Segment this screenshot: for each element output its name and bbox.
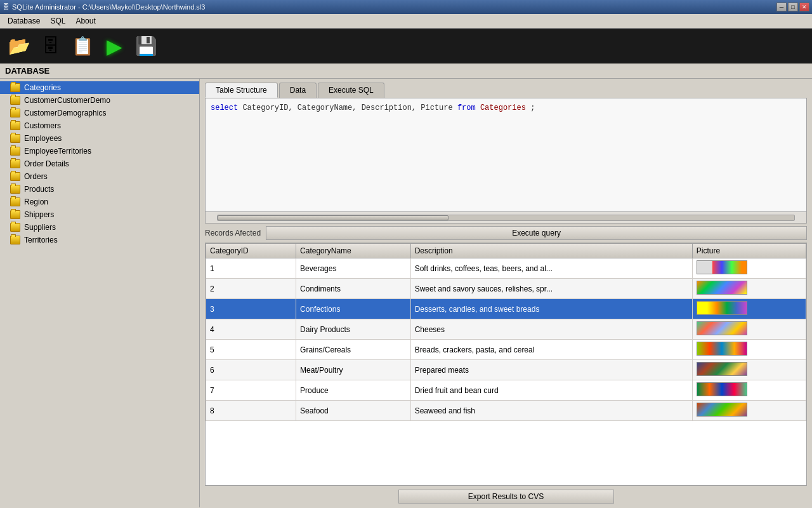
cell-picture — [692, 279, 806, 299]
cell-description: Dried fruit and bean curd — [410, 380, 692, 401]
cell-picture — [692, 299, 806, 319]
table-row[interactable]: 6Meat/PoultryPrepared meats — [206, 360, 806, 380]
cell-picture — [692, 340, 806, 360]
sidebar-item-shippers[interactable]: Shippers — [0, 208, 199, 221]
cell-description: Sweet and savory sauces, relishes, spr..… — [410, 279, 692, 299]
sidebar-item-region[interactable]: Region — [0, 196, 199, 208]
sidebar-item-customerdemographics[interactable]: CustomerDemographics — [0, 107, 199, 119]
picture-thumbnail — [697, 321, 747, 335]
scrollbar-track — [217, 215, 795, 221]
sidebar-item-products[interactable]: Products — [0, 183, 199, 196]
folder-icon — [10, 223, 20, 232]
sidebar-item-label: Shippers — [24, 210, 54, 219]
folder-icon — [10, 147, 20, 156]
cell-category-id: 2 — [206, 279, 296, 299]
cell-picture — [692, 380, 806, 401]
results-table: CategoryID CategoryName Description Pict… — [206, 243, 806, 421]
table-header-row: CategoryID CategoryName Description Pict… — [206, 244, 806, 258]
folder-icon — [10, 134, 20, 143]
col-description: Description — [410, 244, 692, 258]
menu-database[interactable]: Database — [3, 15, 45, 27]
export-csv-button[interactable]: Export Results to CVS — [398, 490, 614, 504]
picture-thumbnail — [697, 403, 747, 417]
table-row[interactable]: 8SeafoodSeaweed and fish — [206, 401, 806, 421]
table-row[interactable]: 7ProduceDried fruit and bean curd — [206, 380, 806, 401]
sidebar-item-label: Order Details — [24, 159, 69, 168]
sidebar-item-suppliers[interactable]: Suppliers — [0, 221, 199, 234]
sidebar-item-categories[interactable]: Categories — [0, 81, 199, 94]
sidebar-item-label: Customers — [24, 121, 61, 130]
menu-sql[interactable]: SQL — [45, 15, 70, 27]
open-folder-btn[interactable]: 📂 — [5, 32, 33, 60]
sidebar-item-employeeterritories[interactable]: EmployeeTerritories — [0, 145, 199, 157]
sidebar-item-label: CustomerCustomerDemo — [24, 96, 110, 105]
col-category-name: CategoryName — [296, 244, 411, 258]
sql-scrollbar[interactable] — [205, 212, 807, 224]
cell-picture — [692, 401, 806, 421]
picture-thumbnail — [697, 260, 747, 274]
sidebar-item-customers[interactable]: Customers — [0, 119, 199, 132]
close-button[interactable]: ✕ — [799, 3, 809, 11]
tab-execute-sql[interactable]: Execute SQL — [318, 83, 384, 98]
sidebar-item-label: Orders — [24, 172, 48, 181]
picture-thumbnail — [697, 382, 747, 396]
menu-about[interactable]: About — [70, 15, 100, 27]
sidebar-item-customercustomerdemo[interactable]: CustomerCustomerDemo — [0, 94, 199, 107]
folder-icon — [10, 185, 20, 194]
save-icon: 💾 — [135, 36, 157, 57]
sidebar-item-label: Employees — [24, 134, 62, 143]
sql-editor[interactable]: select CategoryID, CategoryName, Descrip… — [205, 98, 807, 212]
database-icon: 🗄 — [42, 36, 60, 57]
picture-thumbnail — [697, 342, 747, 356]
table-row[interactable]: 2CondimentsSweet and savory sauces, reli… — [206, 279, 806, 299]
cell-category-id: 1 — [206, 258, 296, 279]
tab-data[interactable]: Data — [279, 83, 317, 98]
minimize-button[interactable]: ─ — [776, 3, 787, 11]
cell-description: Cheeses — [410, 319, 692, 340]
records-label: Records Afected — [205, 229, 261, 237]
cell-category-name: Meat/Poultry — [296, 360, 411, 380]
play-btn[interactable]: ▶ — [100, 32, 128, 60]
table-row[interactable]: 3ConfectionsDesserts, candies, and sweet… — [206, 299, 806, 319]
cell-category-id: 5 — [206, 340, 296, 360]
table-row[interactable]: 1BeveragesSoft drinks, coffees, teas, be… — [206, 258, 806, 279]
sidebar-item-label: EmployeeTerritories — [24, 147, 91, 156]
sidebar-item-label: Territories — [24, 236, 58, 244]
folder-icon — [10, 172, 20, 181]
database-btn[interactable]: 🗄 — [37, 32, 65, 60]
folder-icon — [10, 109, 20, 117]
sidebar-item-orders[interactable]: Orders — [0, 170, 199, 183]
picture-thumbnail — [697, 301, 747, 315]
folder-icon — [10, 96, 20, 105]
folder-icon — [10, 197, 20, 206]
folder-icon — [10, 83, 20, 92]
table-btn[interactable]: 📋 — [69, 32, 96, 60]
maximize-button[interactable]: □ — [788, 3, 798, 11]
sql-select-keyword: select — [211, 104, 238, 112]
toolbar: 📂 🗄 📋 ▶ 💾 — [0, 29, 812, 64]
cell-description: Breads, crackers, pasta, and cereal — [410, 340, 692, 360]
table-row[interactable]: 4Dairy ProductsCheeses — [206, 319, 806, 340]
records-row: Records Afected Execute query — [200, 224, 812, 243]
sidebar-item-territories[interactable]: Territories — [0, 234, 199, 246]
folder-icon — [10, 121, 20, 130]
cell-picture — [692, 360, 806, 380]
cell-category-id: 8 — [206, 401, 296, 421]
execute-query-button[interactable]: Execute query — [266, 226, 807, 240]
title-bar-controls: ─ □ ✕ — [776, 3, 809, 11]
cell-category-name: Produce — [296, 380, 411, 401]
app-icon: 🗄 — [3, 3, 10, 11]
table-row[interactable]: 5Grains/CerealsBreads, crackers, pasta, … — [206, 340, 806, 360]
sidebar-item-label: Suppliers — [24, 223, 56, 232]
export-row: Export Results to CVS — [200, 486, 812, 507]
sidebar-item-employees[interactable]: Employees — [0, 132, 199, 145]
folder-icon — [10, 210, 20, 219]
cell-category-name: Beverages — [296, 258, 411, 279]
cell-category-id: 6 — [206, 360, 296, 380]
sidebar-item-order-details[interactable]: Order Details — [0, 157, 199, 170]
save-btn[interactable]: 💾 — [132, 32, 160, 60]
sql-semicolon: ; — [530, 104, 535, 112]
table-header: CategoryID CategoryName Description Pict… — [206, 244, 806, 258]
menu-bar: Database SQL About — [0, 14, 812, 29]
tab-table-structure[interactable]: Table Structure — [205, 83, 278, 98]
